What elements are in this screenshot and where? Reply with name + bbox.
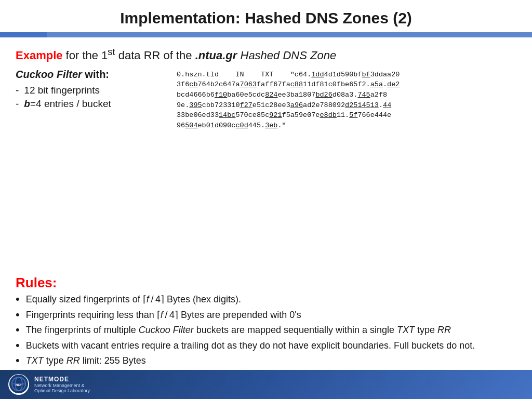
dns-entry-text: 0.hszn.tld IN TXT "c64.1dd4d1d590bfbf3dd… <box>177 70 516 130</box>
title-area: Implementation: Hashed DNS Zones (2) <box>0 0 532 32</box>
filter-text-bucket: b=4 entries / bucket <box>24 98 111 110</box>
example-line: Example for the 1st data RR of the .ntua… <box>0 42 532 66</box>
bullet-3: • <box>16 323 20 338</box>
rule-item-2: • Fingerprints requiring less than ⌈f / … <box>16 309 516 323</box>
filter-dash-2: - <box>16 98 19 110</box>
bullet-1: • <box>16 292 20 307</box>
left-column: Cuckoo Filter with: - 12 bit fingerprint… <box>16 69 177 273</box>
rules-title: Rules: <box>16 275 516 291</box>
bullet-5: • <box>16 353 20 368</box>
svg-text:NET: NET <box>16 383 22 387</box>
rule-text-5: TXT type RR limit: 255 Bytes <box>26 354 516 367</box>
filter-dash-1: - <box>16 85 19 96</box>
example-text2: data RR of the <box>115 49 195 62</box>
rule-item-3: • The fingerprints of multiple Cuckoo Fi… <box>16 324 516 338</box>
blue-bar-divider <box>0 32 532 37</box>
example-domain: .ntua.gr <box>195 49 237 62</box>
rule-text-1: Equally sized fingerprints of ⌈f / 4⌉ By… <box>26 293 516 305</box>
rule-item-5: • TXT type RR limit: 255 Bytes <box>16 354 516 368</box>
rule-text-4: Buckets with vacant entries require a tr… <box>26 339 516 352</box>
cuckoo-filter-with: with: <box>82 69 109 80</box>
blue-bar-left <box>0 32 47 37</box>
footer-logo-circle: NET <box>8 374 29 395</box>
example-sup: st <box>108 46 115 57</box>
rules-list: • Equally sized fingerprints of ⌈f / 4⌉ … <box>16 293 516 368</box>
filter-item-bucket: - b=4 entries / bucket <box>16 98 166 110</box>
cuckoo-filter-italic: Cuckoo Filter <box>16 69 82 80</box>
rule-item-4: • Buckets with vacant entries require a … <box>16 339 516 353</box>
slide-title: Implementation: Hashed DNS Zones (2) <box>16 9 516 27</box>
cuckoo-filter-title: Cuckoo Filter with: <box>16 69 166 81</box>
rule-text-2: Fingerprints requiring less than ⌈f / 4⌉… <box>26 309 516 321</box>
example-label: Example <box>16 49 63 62</box>
filter-text-fingerprints: 12 bit fingerprints <box>24 85 100 96</box>
footer: NET NETMODE Network Management & Optimal… <box>0 370 532 399</box>
footer-subtitle-2: Optimal Design Laboratory <box>34 388 90 393</box>
rule-text-3: The fingerprints of multiple Cuckoo Filt… <box>26 324 516 336</box>
main-content: Cuckoo Filter with: - 12 bit fingerprint… <box>0 66 532 273</box>
blue-bar-right <box>47 32 532 37</box>
footer-title: NETMODE <box>34 376 90 383</box>
rule-item-1: • Equally sized fingerprints of ⌈f / 4⌉ … <box>16 293 516 307</box>
footer-subtitle-1: Network Management & <box>34 383 90 388</box>
bullet-4: • <box>16 338 20 353</box>
example-text3: Hashed DNS Zone <box>237 49 336 62</box>
footer-text-block: NETMODE Network Management & Optimal Des… <box>34 376 90 393</box>
filter-item-fingerprints: - 12 bit fingerprints <box>16 85 166 96</box>
slide: Implementation: Hashed DNS Zones (2) Exa… <box>0 0 532 399</box>
rules-section: Rules: • Equally sized fingerprints of ⌈… <box>0 273 532 370</box>
example-text1: for the 1 <box>63 49 108 62</box>
right-column-dns: 0.hszn.tld IN TXT "c64.1dd4d1d590bfbf3dd… <box>177 69 516 273</box>
footer-logo-text: NET <box>9 374 29 395</box>
footer-logo-svg: NET <box>9 374 29 394</box>
bullet-2: • <box>16 308 20 323</box>
